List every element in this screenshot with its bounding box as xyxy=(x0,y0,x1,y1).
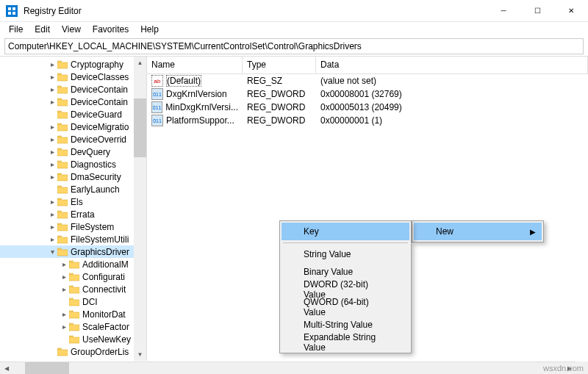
tree-item-label: DeviceContain xyxy=(71,84,128,95)
expander-icon[interactable]: ▸ xyxy=(47,85,57,93)
context-menu-item[interactable]: Key xyxy=(282,223,409,240)
tree-item[interactable]: ▸DeviceOverrid xyxy=(0,133,146,145)
tree-item-label: Errata xyxy=(71,209,95,220)
expander-icon[interactable]: ▸ xyxy=(59,260,69,268)
menu-view[interactable]: View xyxy=(56,23,87,36)
tree-item[interactable]: DCI xyxy=(0,295,146,308)
tree-item[interactable]: ▸Connectivit xyxy=(0,283,146,295)
list-header: Name Type Data xyxy=(147,57,588,74)
menu-help[interactable]: Help xyxy=(135,23,165,36)
folder-icon xyxy=(57,122,69,132)
expander-icon[interactable]: ▾ xyxy=(47,248,57,256)
scroll-left-icon[interactable]: ◀ xyxy=(0,362,12,374)
tree-item[interactable]: GroupOrderLis xyxy=(0,345,146,358)
tree-item[interactable]: ▸DeviceClasses xyxy=(0,71,146,83)
context-menu-item[interactable]: String Value xyxy=(282,245,409,263)
horizontal-scrollbar[interactable]: ◀ ▶ xyxy=(0,362,576,374)
tree-item[interactable]: ▸Errata xyxy=(0,208,146,220)
tree-scrollbar[interactable]: ▲ ▼ xyxy=(134,57,146,361)
list-row[interactable]: 011MinDxgKrnlVersi...REG_DWORD0x00005013… xyxy=(147,101,588,114)
menu-edit[interactable]: Edit xyxy=(29,23,56,36)
scroll-down-icon[interactable]: ▼ xyxy=(134,348,146,361)
folder-icon xyxy=(57,134,69,145)
context-menu-item[interactable]: Expandable String Value xyxy=(282,334,409,351)
expander-icon[interactable]: ▸ xyxy=(47,123,57,131)
column-data[interactable]: Data xyxy=(316,57,588,73)
app-icon xyxy=(6,5,18,17)
folder-icon xyxy=(57,60,69,70)
tree-item[interactable]: ▸ScaleFactor xyxy=(0,320,146,333)
list-row[interactable]: ab(Default)REG_SZ(value not set) xyxy=(147,74,588,87)
minimize-button[interactable]: ─ xyxy=(487,0,520,22)
tree-item[interactable]: ▸Els xyxy=(0,195,146,208)
expander-icon[interactable]: ▸ xyxy=(47,210,57,218)
folder-icon xyxy=(69,322,81,332)
expander-icon[interactable]: ▸ xyxy=(47,235,57,243)
list-row[interactable]: 011DxgKrnlVersionREG_DWORD0x00008001 (32… xyxy=(147,87,588,101)
close-button[interactable]: ✕ xyxy=(554,0,588,22)
expander-icon[interactable]: ▸ xyxy=(47,135,57,143)
tree-item[interactable]: ▸FileSystem xyxy=(0,220,146,233)
menu-favorites[interactable]: Favorites xyxy=(87,23,135,36)
tree-item[interactable]: ▸Diagnostics xyxy=(0,158,146,170)
expander-icon[interactable]: ▸ xyxy=(47,223,57,231)
column-name[interactable]: Name xyxy=(147,57,243,73)
expander-icon[interactable]: ▸ xyxy=(47,198,57,206)
tree-item[interactable]: DeviceGuard xyxy=(0,108,146,121)
expander-icon[interactable]: ▸ xyxy=(59,285,69,293)
tree-item[interactable]: ▸DeviceContain xyxy=(0,96,146,108)
svg-rect-1 xyxy=(12,7,15,10)
tree-item[interactable]: ▸AdditionalM xyxy=(0,258,146,270)
tree-item-label: Diagnostics xyxy=(71,159,116,170)
column-type[interactable]: Type xyxy=(243,57,316,73)
list-row[interactable]: 011PlatformSuppor...REG_DWORD0x00000001 … xyxy=(147,114,588,127)
expander-icon[interactable]: ▸ xyxy=(47,148,57,156)
tree-item[interactable]: ▸DevQuery xyxy=(0,145,146,158)
context-menu-item[interactable]: Binary Value xyxy=(282,263,409,281)
folder-icon xyxy=(57,84,69,95)
expander-icon[interactable]: ▸ xyxy=(47,98,57,106)
tree-view[interactable]: ▸Cryptography▸DeviceClasses▸DeviceContai… xyxy=(0,57,147,361)
tree-item-label: DCI xyxy=(82,297,98,307)
context-item-label: New xyxy=(436,226,453,237)
scroll-thumb[interactable] xyxy=(134,98,146,157)
tree-item-label: DeviceMigratio xyxy=(71,122,129,132)
tree-item[interactable]: ▸DmaSecurity xyxy=(0,170,146,183)
context-submenu: KeyString ValueBinary ValueDWORD (32-bit… xyxy=(279,220,412,353)
expander-icon[interactable]: ▸ xyxy=(47,60,57,68)
expander-icon[interactable]: ▸ xyxy=(59,273,69,281)
tree-item[interactable]: ▸FileSystemUtili xyxy=(0,233,146,245)
value-icon: 011 xyxy=(151,115,163,126)
expander-icon[interactable]: ▸ xyxy=(47,73,57,81)
folder-icon xyxy=(69,272,81,282)
context-menu-item[interactable]: DWORD (32-bit) Value xyxy=(282,281,409,298)
folder-icon xyxy=(57,109,69,120)
tree-item[interactable]: ▸MonitorDat xyxy=(0,308,146,320)
tree-item[interactable]: ▸DeviceMigratio xyxy=(0,121,146,133)
tree-item[interactable]: UseNewKey xyxy=(0,333,146,345)
menu-file[interactable]: File xyxy=(3,23,29,36)
context-menu-item[interactable]: New▶ xyxy=(414,223,542,240)
context-menu-item[interactable]: QWORD (64-bit) Value xyxy=(282,298,409,316)
expander-icon[interactable]: ▸ xyxy=(59,323,69,331)
context-menu-item[interactable]: Multi-String Value xyxy=(282,316,409,334)
scroll-up-icon[interactable]: ▲ xyxy=(134,57,146,69)
address-bar[interactable]: Computer\HKEY_LOCAL_MACHINE\SYSTEM\Curre… xyxy=(4,38,584,54)
tree-item-label: EarlyLaunch xyxy=(71,184,120,195)
expander-icon[interactable]: ▸ xyxy=(59,310,69,318)
hscroll-thumb[interactable] xyxy=(25,362,69,374)
tree-item-label: FileSystem xyxy=(71,222,114,232)
maximize-button[interactable]: ☐ xyxy=(520,0,554,22)
tree-item[interactable]: EarlyLaunch xyxy=(0,183,146,195)
expander-icon[interactable]: ▸ xyxy=(47,160,57,168)
tree-item[interactable]: ▸DeviceContain xyxy=(0,83,146,96)
tree-item-label: GroupOrderLis xyxy=(71,347,129,357)
watermark: wsxdn.com xyxy=(543,364,584,373)
svg-rect-3 xyxy=(12,12,15,15)
svg-rect-0 xyxy=(8,7,11,10)
tree-item[interactable]: ▸Cryptography xyxy=(0,58,146,71)
tree-item[interactable]: ▸Configurati xyxy=(0,270,146,283)
tree-item[interactable]: ▾GraphicsDriver xyxy=(0,245,146,258)
tree-item-label: Configurati xyxy=(82,272,125,282)
expander-icon[interactable]: ▸ xyxy=(47,173,57,181)
